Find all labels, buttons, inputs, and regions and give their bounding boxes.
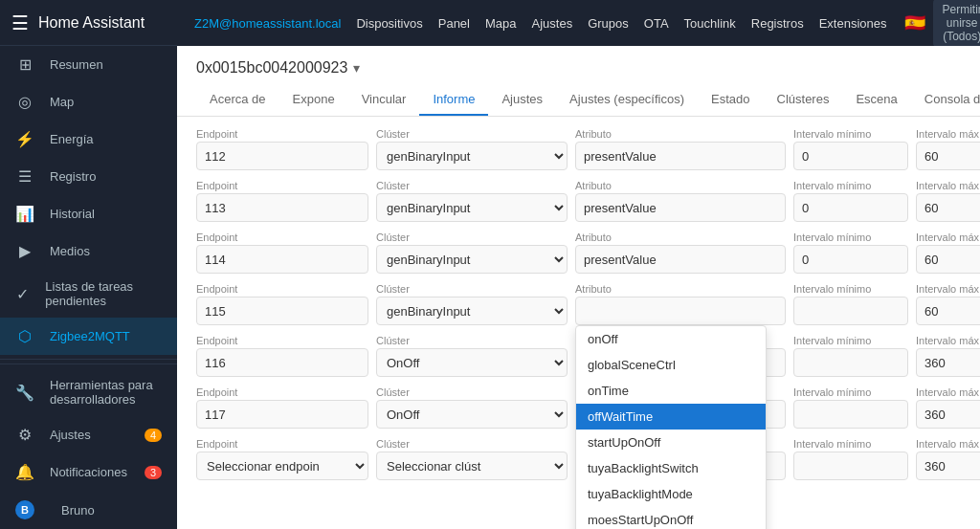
sidebar-item-zigbee[interactable]: ⬡ Zigbee2MQTT bbox=[0, 318, 177, 355]
min-input-1[interactable] bbox=[793, 142, 908, 170]
sidebar-nav: ⊞ Resumen ◎ Map ⚡ Energía ☰ Registro 📊 H… bbox=[0, 46, 177, 359]
dropdown-item-moesstartup[interactable]: moesStartUpOnOff bbox=[576, 507, 766, 529]
sidebar-label-map: Map bbox=[50, 95, 74, 109]
atributo-input-1[interactable] bbox=[575, 142, 786, 170]
sidebar-item-listas[interactable]: ✓ Listas de tareas pendientes bbox=[0, 270, 177, 318]
flag-icon: 🇪🇸 bbox=[904, 12, 925, 33]
topnav-grupos[interactable]: Grupos bbox=[582, 12, 635, 34]
sidebar-item-energia[interactable]: ⚡ Energía bbox=[0, 121, 177, 158]
topnav-extensiones[interactable]: Extensiones bbox=[813, 12, 893, 34]
col-atributo-label: Atributo bbox=[575, 128, 786, 140]
lightning-icon: ⚡ bbox=[15, 130, 34, 148]
table-row: Endpoint Clúster Atributo Intervalo míni… bbox=[196, 231, 961, 274]
sidebar-item-registro[interactable]: ☰ Registro bbox=[0, 158, 177, 195]
endpoint-input-1[interactable] bbox=[196, 142, 368, 170]
tab-vincular[interactable]: Vincular bbox=[348, 84, 420, 116]
max-input-2[interactable] bbox=[916, 193, 980, 222]
cluster-select-6[interactable]: OnOff bbox=[376, 400, 568, 429]
max-input-5[interactable] bbox=[916, 348, 980, 377]
cluster-select-1[interactable]: genBinaryInput bbox=[376, 142, 568, 170]
col-max-label-6: Intervalo máx bbox=[916, 386, 980, 398]
tools-icon: 🔧 bbox=[15, 384, 34, 402]
min-input-3[interactable] bbox=[793, 245, 908, 274]
menu-icon[interactable]: ☰ bbox=[11, 11, 29, 34]
topnav-dispositivos[interactable]: Dispositivos bbox=[350, 12, 428, 34]
tab-ajustes-esp[interactable]: Ajustes (específicos) bbox=[556, 84, 698, 116]
sidebar-label-energia: Energía bbox=[50, 132, 94, 146]
cluster-select-2[interactable]: genBinaryInput bbox=[376, 193, 568, 222]
atributo-input-4[interactable] bbox=[575, 297, 786, 325]
tab-clusteres[interactable]: Clústeres bbox=[764, 84, 843, 116]
col-atributo-label-2: Atributo bbox=[575, 180, 786, 191]
sidebar-item-medios[interactable]: ▶ Medios bbox=[0, 232, 177, 270]
tab-consola[interactable]: Consola de desarrollo bbox=[911, 84, 980, 116]
max-input-1[interactable] bbox=[916, 142, 980, 170]
sidebar-item-herramientas[interactable]: 🔧 Herramientas para desarrolladores bbox=[0, 368, 177, 416]
min-input-last[interactable] bbox=[793, 452, 908, 480]
atributo-dropdown-4[interactable]: onOff globalSceneCtrl onTime offWaitTime… bbox=[575, 297, 786, 325]
atributo-input-3[interactable] bbox=[575, 245, 786, 274]
sidebar-item-historial[interactable]: 📊 Historial bbox=[0, 195, 177, 232]
min-input-4[interactable] bbox=[793, 297, 908, 325]
min-input-2[interactable] bbox=[793, 193, 908, 222]
col-min-label-5: Intervalo mínimo bbox=[793, 335, 908, 346]
endpoint-input-2[interactable] bbox=[196, 193, 368, 222]
topnav-ota[interactable]: OTA bbox=[638, 12, 675, 34]
tab-escena[interactable]: Escena bbox=[842, 84, 910, 116]
endpoint-input-3[interactable] bbox=[196, 245, 368, 274]
dropdown-item-ontime[interactable]: onTime bbox=[576, 378, 766, 404]
max-input-3[interactable] bbox=[916, 245, 980, 274]
topnav-mapa[interactable]: Mapa bbox=[479, 12, 523, 34]
topnav-registros[interactable]: Registros bbox=[746, 12, 810, 34]
topnav: Z2M@homeassistant.local Dispositivos Pan… bbox=[177, 0, 980, 46]
cluster-select-3[interactable]: genBinaryInput bbox=[376, 245, 568, 274]
min-input-5[interactable] bbox=[793, 348, 908, 377]
dropdown-list-4: onOff globalSceneCtrl onTime offWaitTime… bbox=[575, 325, 767, 529]
max-input-4[interactable] bbox=[916, 297, 980, 325]
app-title: Home Assistant bbox=[38, 14, 145, 32]
device-chevron-icon[interactable]: ▾ bbox=[353, 60, 360, 76]
sidebar-label-listas: Listas de tareas pendientes bbox=[45, 279, 162, 308]
sidebar-item-resumen[interactable]: ⊞ Resumen bbox=[0, 46, 177, 83]
media-icon: ▶ bbox=[15, 242, 34, 260]
sidebar-item-notificaciones[interactable]: 🔔 Notificaciones 3 bbox=[0, 453, 177, 491]
dropdown-item-tuyabacklightmode[interactable]: tuyaBacklightMode bbox=[576, 481, 766, 507]
tab-informe[interactable]: Informe bbox=[419, 84, 488, 116]
col-cluster-label-6: Clúster bbox=[376, 386, 568, 398]
topnav-ajustes[interactable]: Ajustes bbox=[526, 12, 579, 34]
join-button[interactable]: Permitir unirse (Todos) ▾ bbox=[933, 0, 980, 46]
endpoint-select-last[interactable]: Seleccionar endpoin bbox=[196, 452, 368, 480]
cluster-select-5[interactable]: OnOff bbox=[376, 348, 568, 377]
endpoint-input-4[interactable] bbox=[196, 297, 368, 325]
topnav-touchlink[interactable]: Touchlink bbox=[679, 12, 742, 34]
endpoint-input-6[interactable] bbox=[196, 400, 368, 429]
sidebar-bottom: 🔧 Herramientas para desarrolladores ⚙ Aj… bbox=[0, 359, 177, 529]
dropdown-item-onoff[interactable]: onOff bbox=[576, 326, 766, 352]
max-input-last[interactable] bbox=[916, 452, 980, 480]
atributo-input-2[interactable] bbox=[575, 193, 786, 222]
col-min-label-6: Intervalo mínimo bbox=[793, 386, 908, 398]
sidebar-item-map[interactable]: ◎ Map bbox=[0, 83, 177, 121]
endpoint-input-5[interactable] bbox=[196, 348, 368, 377]
dropdown-item-offwait[interactable]: offWaitTime bbox=[576, 404, 766, 430]
min-input-6[interactable] bbox=[793, 400, 908, 429]
col-endpoint-label-3: Endpoint bbox=[196, 231, 368, 243]
topnav-z2m-link[interactable]: Z2M@homeassistant.local bbox=[189, 12, 346, 34]
tab-expone[interactable]: Expone bbox=[279, 84, 348, 116]
topnav-panel[interactable]: Panel bbox=[433, 12, 476, 34]
max-input-6[interactable] bbox=[916, 400, 980, 429]
col-endpoint-label-2: Endpoint bbox=[196, 180, 368, 191]
dropdown-item-tuyabacklightswitch[interactable]: tuyaBacklightSwitch bbox=[576, 455, 766, 481]
col-cluster-label-4: Clúster bbox=[376, 283, 568, 295]
dropdown-item-startuponoff[interactable]: startUpOnOff bbox=[576, 430, 766, 455]
cluster-select-4[interactable]: genBinaryInput bbox=[376, 297, 568, 325]
col-max-label-3: Intervalo máx bbox=[916, 231, 980, 243]
table-row: Endpoint Clúster Atributo Intervalo míni… bbox=[196, 128, 961, 170]
tab-estado[interactable]: Estado bbox=[698, 84, 763, 116]
tab-acerca[interactable]: Acerca de bbox=[196, 84, 279, 116]
tab-ajustes[interactable]: Ajustes bbox=[488, 84, 556, 116]
sidebar-item-ajustes[interactable]: ⚙ Ajustes 4 bbox=[0, 416, 177, 453]
cluster-select-last[interactable]: Seleccionar clúst bbox=[376, 452, 568, 480]
dropdown-item-globalscene[interactable]: globalSceneCtrl bbox=[576, 352, 766, 378]
sidebar-item-bruno[interactable]: B Bruno bbox=[0, 491, 177, 529]
